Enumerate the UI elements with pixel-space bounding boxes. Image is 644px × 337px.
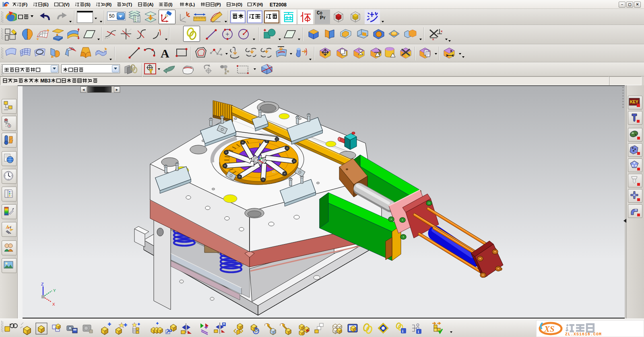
svg-text:XS: XS bbox=[544, 324, 555, 334]
svg-text:i: i bbox=[402, 329, 403, 333]
svg-text:KEY: KEY bbox=[630, 100, 638, 104]
svg-text:i: i bbox=[418, 329, 419, 334]
svg-text:Y: Y bbox=[53, 288, 56, 293]
svg-text:XC: XC bbox=[272, 170, 276, 174]
svg-text:Z: Z bbox=[41, 282, 44, 287]
svg-text:X: X bbox=[52, 302, 55, 307]
